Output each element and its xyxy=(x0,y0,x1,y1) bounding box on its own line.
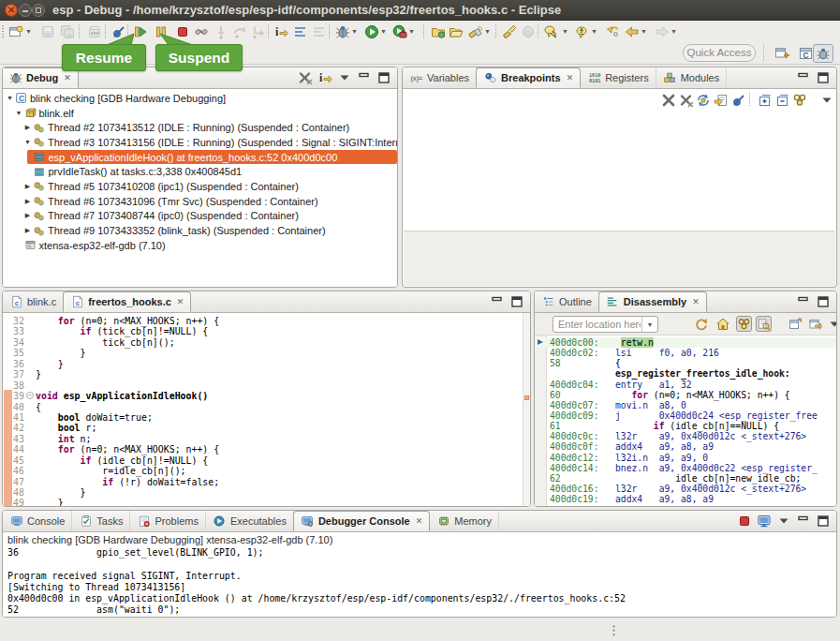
resume-icon[interactable] xyxy=(132,23,148,39)
run-launch-icon[interactable] xyxy=(363,23,379,39)
back-nav-icon[interactable] xyxy=(624,23,640,39)
tree-expander-icon[interactable]: ▼ xyxy=(15,110,23,116)
tree-expander-icon[interactable]: ▶ xyxy=(23,198,32,205)
tab-problems[interactable]: Problems xyxy=(130,511,205,531)
close-icon[interactable]: ✕ xyxy=(416,516,423,526)
expand-all-icon[interactable] xyxy=(757,92,773,108)
quick-access-button[interactable]: Quick Access xyxy=(683,44,756,62)
close-icon[interactable]: ✕ xyxy=(692,297,700,306)
minimize-icon[interactable] xyxy=(490,294,505,309)
view-menu-icon[interactable] xyxy=(818,92,834,108)
remove-all-breakpoints-icon[interactable] xyxy=(678,92,694,108)
instruction-stepping-icon[interactable]: i xyxy=(273,23,288,39)
disconnect-icon[interactable] xyxy=(193,23,209,39)
tab-tasks[interactable]: Tasks xyxy=(72,511,130,531)
dropdown-arrow-icon[interactable]: ▼ xyxy=(408,29,416,35)
dropdown-arrow-icon[interactable]: ▼ xyxy=(484,29,492,35)
instruction-step-toggle-icon[interactable]: i xyxy=(317,70,332,85)
go-last-edit-icon[interactable] xyxy=(573,23,589,39)
tree-row[interactable]: ▶Thread #7 1073408744 (ipc0) (Suspended … xyxy=(3,209,397,224)
editor-tab-freertos-hooks-c[interactable]: cfreertos_hooks.c✕ xyxy=(63,291,191,312)
tree-row[interactable]: ▼blink.elf xyxy=(3,106,397,121)
close-icon[interactable]: ✕ xyxy=(64,73,71,82)
external-tools-icon[interactable] xyxy=(391,23,407,39)
dropdown-arrow-icon[interactable]: ▼ xyxy=(591,29,598,35)
tree-row[interactable]: ▼Thread #3 1073413156 (IDLE : Running) (… xyxy=(3,135,397,150)
refresh-icon[interactable] xyxy=(693,316,709,332)
tab-executables[interactable]: Executables xyxy=(206,511,294,531)
maximize-icon[interactable] xyxy=(509,294,524,309)
minimize-icon[interactable] xyxy=(796,514,811,529)
tab-memory[interactable]: Memory xyxy=(430,511,499,531)
overview-ruler[interactable] xyxy=(523,313,530,506)
dropdown-arrow-icon[interactable]: ▼ xyxy=(671,29,678,35)
terminate-console-icon[interactable] xyxy=(737,514,752,529)
tree-row[interactable]: ▶Thread #9 1073433352 (blink_task) (Susp… xyxy=(3,223,397,238)
minimize-icon[interactable] xyxy=(796,294,811,309)
suspend-icon[interactable] xyxy=(153,23,169,39)
tree-expander-icon[interactable]: ▶ xyxy=(23,227,32,234)
console-output[interactable]: 36 gpio_set_level(BLINK_GPIO, 1);Program… xyxy=(3,547,836,617)
home-icon[interactable] xyxy=(715,316,730,332)
minimize-icon[interactable] xyxy=(796,70,811,85)
location-combo[interactable]: Enter location here ▼ xyxy=(553,316,658,333)
debug-launch-icon[interactable] xyxy=(334,23,350,39)
tab-console[interactable]: Console xyxy=(3,511,72,531)
back-history-icon[interactable] xyxy=(605,23,621,39)
search-icon[interactable] xyxy=(467,23,483,39)
open-new-view-icon[interactable] xyxy=(787,316,803,332)
tab-debugger-console[interactable]: Debugger Console✕ xyxy=(293,511,430,531)
window-close-button[interactable]: ✕ xyxy=(5,4,18,17)
dropdown-arrow-icon[interactable]: ▼ xyxy=(641,29,648,35)
combo-dropdown-icon[interactable]: ▼ xyxy=(641,317,657,332)
tree-expander-icon[interactable]: ▼ xyxy=(6,95,14,101)
view-menu-icon[interactable] xyxy=(337,70,352,85)
new-wizard-icon[interactable] xyxy=(7,23,23,39)
tab-breakpoints[interactable]: Breakpoints✕ xyxy=(476,67,581,88)
open-perspective-icon[interactable] xyxy=(772,44,792,63)
display-console-icon[interactable] xyxy=(757,514,772,529)
debug-perspective-icon[interactable] xyxy=(813,44,833,63)
tab-variables[interactable]: (x)=Variables xyxy=(403,67,477,88)
skip-all-breakpoints-icon[interactable] xyxy=(730,92,746,108)
track-expression-icon[interactable] xyxy=(756,316,772,332)
console-menu-icon[interactable] xyxy=(776,514,791,529)
window-minimize-button[interactable] xyxy=(19,4,32,17)
tree-row[interactable]: xtensa-esp32-elf-gdb (7.10) xyxy=(3,238,397,253)
view-menu-icon[interactable] xyxy=(826,316,837,332)
tree-expander-icon[interactable]: ▶ xyxy=(23,212,32,219)
tree-row[interactable]: ▼Cblink checking [GDB Hardware Debugging… xyxy=(3,91,397,106)
tree-expander-icon[interactable]: ▶ xyxy=(23,183,32,190)
tree-expander-icon[interactable]: ▶ xyxy=(23,124,32,131)
minimize-icon[interactable] xyxy=(357,70,372,85)
close-icon[interactable]: ✕ xyxy=(567,73,574,82)
fold-collapse-icon[interactable]: − xyxy=(26,392,34,399)
tree-row[interactable]: ▶Thread #6 1073431096 (Tmr Svc) (Suspend… xyxy=(3,194,397,209)
show-supported-breakpoints-icon[interactable] xyxy=(695,92,711,108)
location-input[interactable]: Enter location here xyxy=(558,319,641,330)
dropdown-arrow-icon[interactable]: ▼ xyxy=(25,29,33,35)
code-editor[interactable]: 32 for (n=0; n<MAX_HOOKS; n++) {33 if (t… xyxy=(3,313,530,506)
goto-file-icon[interactable] xyxy=(713,92,729,108)
editor-tab-blink-c[interactable]: cblink.c xyxy=(3,291,64,312)
tab-disassembly[interactable]: Disassembly✕ xyxy=(598,291,707,312)
disassembly-content[interactable]: 400d0c00: retw.n400d0c02: lsi f0, a0, 21… xyxy=(535,335,836,506)
maximize-icon[interactable] xyxy=(816,70,831,85)
tab-outline[interactable]: Outline xyxy=(535,291,599,312)
close-icon[interactable]: ✕ xyxy=(177,297,184,306)
link-with-debug-icon[interactable] xyxy=(791,92,807,108)
tree-expander-icon[interactable]: ▼ xyxy=(23,139,32,145)
dropdown-arrow-icon[interactable]: ▼ xyxy=(380,29,388,35)
show-source-icon[interactable] xyxy=(292,23,308,39)
last-edit-location-icon[interactable] xyxy=(542,23,558,39)
dropdown-arrow-icon[interactable]: ▼ xyxy=(562,29,569,35)
tree-row[interactable]: prvIdleTask() at tasks.c:3,338 0x400845d… xyxy=(3,164,397,179)
remove-breakpoint-icon[interactable] xyxy=(660,92,676,108)
link-debug-context-icon[interactable] xyxy=(736,316,752,332)
terminate-icon[interactable] xyxy=(174,23,190,39)
tab-modules[interactable]: Modules xyxy=(656,67,728,88)
skip-breakpoints-icon[interactable] xyxy=(111,23,126,39)
statusbar-grip[interactable] xyxy=(612,624,615,637)
maximize-icon[interactable] xyxy=(816,294,831,309)
open-resource-icon[interactable] xyxy=(430,23,446,39)
